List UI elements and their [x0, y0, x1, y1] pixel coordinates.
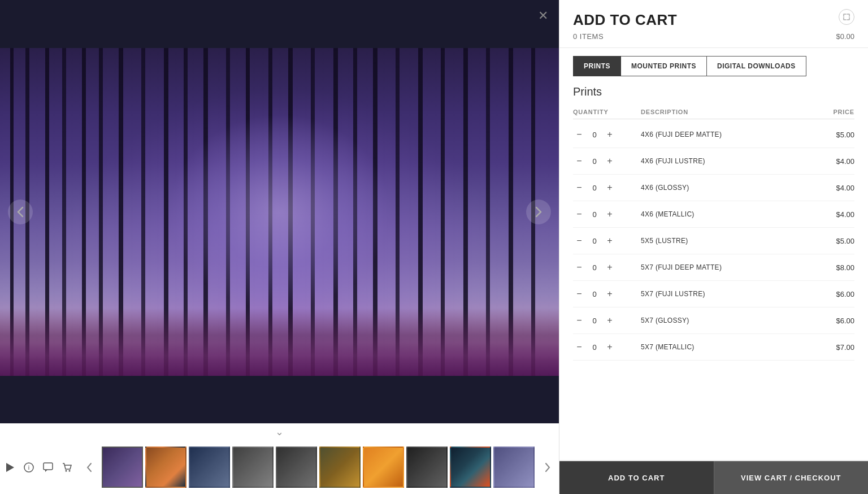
panel-title: ADD TO CART [573, 11, 854, 29]
thumbnail-3[interactable] [189, 447, 230, 488]
left-panel: ✕ ⌄ i [0, 0, 559, 494]
qty-increase-5[interactable]: + [604, 261, 616, 274]
thumbnail-8[interactable] [406, 447, 448, 488]
play-icon[interactable] [5, 462, 15, 473]
qty-decrease-3[interactable]: − [573, 208, 585, 220]
qty-control-2: − 0 + [573, 181, 641, 194]
product-price-1: $4.00 [809, 157, 854, 166]
panel-header: ADD TO CART 0 ITEMS $0.00 [559, 0, 868, 48]
thumbnail-5[interactable] [276, 447, 317, 488]
qty-increase-8[interactable]: + [604, 341, 616, 353]
thumbnails-next-button[interactable] [541, 461, 554, 474]
qty-decrease-2[interactable]: − [573, 181, 585, 194]
svg-point-5 [69, 470, 71, 471]
cart-items-count: 0 ITEMS [573, 32, 604, 41]
product-row-1: − 0 + 4X6 (FUJI LUSTRE) $4.00 [573, 148, 854, 175]
thumbnail-2[interactable] [145, 447, 186, 488]
product-desc-2: 4X6 (GLOSSY) [641, 184, 809, 192]
expand-icon[interactable] [839, 9, 854, 25]
thumbnail-4[interactable] [232, 447, 274, 488]
main-image [0, 48, 559, 376]
qty-decrease-4[interactable]: − [573, 235, 585, 247]
product-desc-1: 4X6 (FUJI LUSTRE) [641, 157, 809, 165]
tab-digital-downloads[interactable]: DIGITAL DOWNLOADS [707, 56, 806, 76]
product-row-7: − 0 + 5X7 (GLOSSY) $6.00 [573, 307, 854, 334]
thumbnails-prev-button[interactable] [83, 461, 96, 474]
header-quantity: QUANTITY [573, 109, 641, 115]
tab-mounted-prints[interactable]: MOUNTED PRINTS [621, 56, 707, 76]
cart-icon[interactable] [62, 462, 72, 473]
qty-increase-0[interactable]: + [604, 128, 616, 141]
qty-increase-1[interactable]: + [604, 155, 616, 167]
next-image-arrow[interactable] [526, 200, 551, 224]
tab-prints[interactable]: PRINTS [573, 56, 621, 76]
view-cart-button[interactable]: VIEW CART / CHECKOUT [714, 461, 869, 494]
thumbnail-10[interactable] [493, 447, 535, 488]
qty-control-0: − 0 + [573, 128, 641, 141]
qty-control-8: − 0 + [573, 341, 641, 353]
qty-increase-3[interactable]: + [604, 208, 616, 220]
comment-icon[interactable] [43, 462, 53, 473]
product-row-0: − 0 + 4X6 (FUJI DEEP MATTE) $5.00 [573, 122, 854, 148]
info-icon[interactable]: i [24, 462, 34, 473]
prev-image-arrow[interactable] [8, 200, 33, 224]
product-row-2: − 0 + 4X6 (GLOSSY) $4.00 [573, 175, 854, 201]
qty-decrease-8[interactable]: − [573, 341, 585, 353]
product-desc-8: 5X7 (METALLIC) [641, 343, 809, 351]
product-row-4: − 0 + 5X5 (LUSTRE) $5.00 [573, 228, 854, 254]
svg-marker-0 [6, 463, 14, 472]
svg-point-4 [66, 470, 67, 471]
cart-summary: 0 ITEMS $0.00 [573, 32, 854, 41]
qty-increase-7[interactable]: + [604, 314, 616, 327]
thumbnail-6[interactable] [319, 447, 361, 488]
product-desc-5: 5X7 (FUJI DEEP MATTE) [641, 263, 809, 271]
product-desc-6: 5X7 (FUJI LUSTRE) [641, 290, 809, 298]
thumbnail-1[interactable] [102, 447, 143, 488]
qty-value-2: 0 [590, 184, 599, 192]
product-row-5: − 0 + 5X7 (FUJI DEEP MATTE) $8.00 [573, 254, 854, 281]
product-desc-7: 5X7 (GLOSSY) [641, 317, 809, 324]
panel-footer: ADD TO CART VIEW CART / CHECKOUT [559, 460, 868, 494]
qty-value-1: 0 [590, 157, 599, 166]
scroll-indicator: ⌄ [0, 423, 559, 440]
product-desc-3: 4X6 (METALLIC) [641, 210, 809, 218]
bottom-controls-bar: i [0, 440, 559, 494]
qty-value-7: 0 [590, 317, 599, 325]
qty-value-6: 0 [590, 290, 599, 298]
qty-value-5: 0 [590, 263, 599, 272]
header-description: DESCRIPTION [641, 109, 809, 115]
product-price-5: $8.00 [809, 263, 854, 272]
product-row-6: − 0 + 5X7 (FUJI LUSTRE) $6.00 [573, 281, 854, 307]
qty-increase-4[interactable]: + [604, 235, 616, 247]
cart-total: $0.00 [836, 32, 854, 41]
product-price-6: $6.00 [809, 290, 854, 298]
table-header: QUANTITY DESCRIPTION PRICE [573, 105, 854, 119]
add-to-cart-button[interactable]: ADD TO CART [559, 461, 714, 494]
qty-increase-2[interactable]: + [604, 181, 616, 194]
qty-control-3: − 0 + [573, 208, 641, 220]
panel-content: Prints QUANTITY DESCRIPTION PRICE − 0 + … [559, 76, 868, 460]
product-price-3: $4.00 [809, 210, 854, 219]
thumbnail-strip [102, 447, 535, 488]
tab-bar: PRINTS MOUNTED PRINTS DIGITAL DOWNLOADS [559, 48, 868, 76]
qty-value-0: 0 [590, 131, 599, 139]
qty-decrease-7[interactable]: − [573, 314, 585, 327]
control-icons: i [5, 462, 77, 473]
right-panel: ADD TO CART 0 ITEMS $0.00 PRINTS MOUNTED… [559, 0, 868, 494]
qty-increase-6[interactable]: + [604, 288, 616, 300]
qty-decrease-5[interactable]: − [573, 261, 585, 274]
qty-decrease-1[interactable]: − [573, 155, 585, 167]
close-button[interactable]: ✕ [535, 8, 551, 24]
qty-control-7: − 0 + [573, 314, 641, 327]
qty-decrease-6[interactable]: − [573, 288, 585, 300]
qty-value-8: 0 [590, 343, 599, 352]
qty-decrease-0[interactable]: − [573, 128, 585, 141]
qty-control-1: − 0 + [573, 155, 641, 167]
svg-rect-3 [44, 463, 53, 470]
thumbnail-7[interactable] [363, 447, 404, 488]
product-list: − 0 + 4X6 (FUJI DEEP MATTE) $5.00 − 0 + … [573, 122, 854, 361]
product-price-0: $5.00 [809, 131, 854, 139]
thumbnail-9[interactable] [450, 447, 491, 488]
product-price-8: $7.00 [809, 343, 854, 352]
product-price-2: $4.00 [809, 184, 854, 192]
